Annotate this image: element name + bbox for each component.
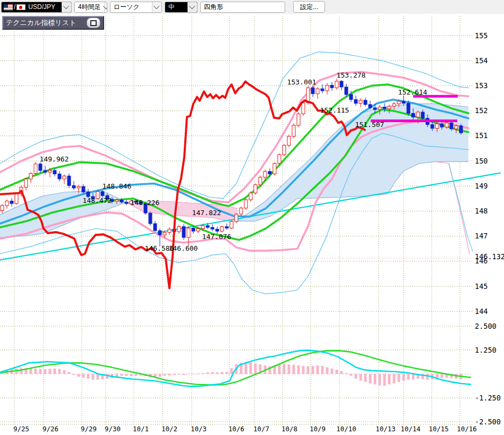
svg-text:151: 151 (475, 131, 488, 140)
svg-text:10/8: 10/8 (281, 425, 297, 433)
svg-text:148.226: 148.226 (131, 199, 160, 207)
svg-text:10/9: 10/9 (310, 425, 326, 433)
kumo-future-b (435, 161, 469, 253)
svg-text:155: 155 (475, 31, 488, 40)
svg-text:148.846: 148.846 (102, 182, 132, 190)
svg-text:10/16: 10/16 (457, 425, 477, 433)
svg-text:9/26: 9/26 (42, 425, 58, 433)
svg-text:10/7: 10/7 (253, 425, 269, 433)
svg-text:148.472: 148.472 (83, 197, 112, 204)
svg-text:10/15: 10/15 (429, 425, 449, 433)
svg-text:146.600: 146.600 (169, 244, 198, 252)
kumo-future-a (449, 164, 473, 251)
svg-text:153.278: 153.278 (337, 71, 366, 79)
svg-text:146.132: 146.132 (475, 252, 504, 261)
chart-window: / USD/JPY 4時間足 ローソク 中 四角形 設定... テクニカル指標リ… (0, 0, 504, 435)
svg-text:151.507: 151.507 (355, 121, 385, 129)
svg-text:152.115: 152.115 (320, 106, 349, 114)
date-axis-labels: 9/259/269/299/3010/110/210/310/610/710/8… (13, 425, 477, 433)
svg-text:-2.500: -2.500 (475, 417, 501, 426)
svg-text:1.250: 1.250 (475, 346, 497, 354)
price-chart-canvas[interactable]: 149.962148.846148.472148.226147.822147.0… (0, 0, 504, 435)
svg-text:145: 145 (475, 282, 488, 291)
svg-text:147.076: 147.076 (202, 233, 232, 241)
svg-text:150: 150 (475, 157, 488, 165)
svg-text:149: 149 (475, 182, 488, 190)
price-axis-labels: 155154153152151150149148147146145144146.… (475, 31, 504, 426)
svg-text:10/1: 10/1 (133, 425, 149, 433)
svg-text:10/14: 10/14 (400, 425, 421, 433)
svg-text:153.001: 153.001 (287, 78, 317, 86)
restore-window-button[interactable] (87, 18, 100, 28)
svg-text:152: 152 (475, 106, 488, 115)
restore-icon (90, 20, 97, 26)
svg-text:149.962: 149.962 (40, 155, 69, 163)
svg-text:10/3: 10/3 (191, 425, 207, 433)
svg-text:153: 153 (475, 81, 488, 90)
svg-text:144: 144 (475, 307, 488, 315)
svg-text:10/6: 10/6 (228, 425, 244, 433)
svg-text:2.500: 2.500 (475, 322, 497, 330)
svg-text:148: 148 (475, 207, 488, 215)
svg-text:10/13: 10/13 (375, 425, 396, 433)
indicator-list-panel[interactable]: テクニカル指標リスト (2, 16, 104, 30)
svg-text:154: 154 (475, 56, 488, 65)
svg-text:9/29: 9/29 (81, 425, 97, 433)
svg-text:147: 147 (475, 232, 488, 240)
svg-text:10/10: 10/10 (336, 425, 356, 433)
indicator-panel-title: テクニカル指標リスト (6, 18, 76, 28)
svg-text:9/30: 9/30 (105, 425, 121, 433)
svg-text:9/25: 9/25 (13, 425, 29, 433)
svg-text:152.614: 152.614 (398, 88, 428, 96)
svg-text:10/2: 10/2 (161, 425, 177, 433)
svg-text:-1.250: -1.250 (475, 394, 501, 402)
svg-text:147.822: 147.822 (192, 209, 221, 217)
